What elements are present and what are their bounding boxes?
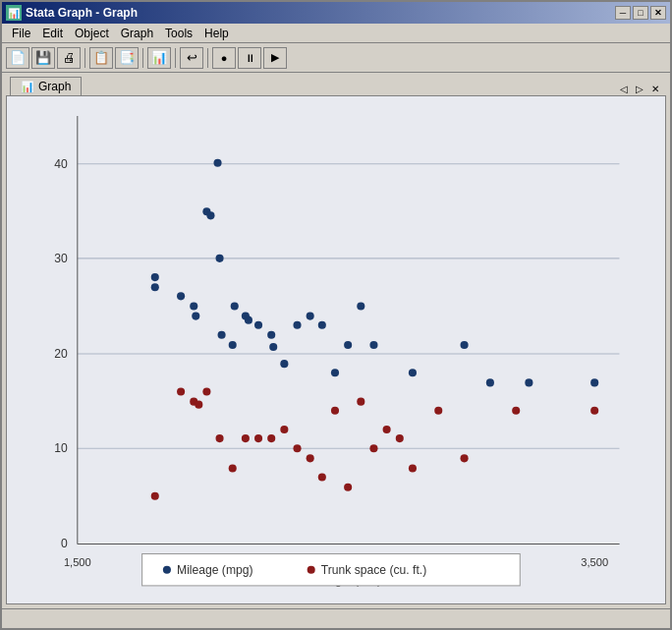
- paste-button[interactable]: 📑: [115, 47, 139, 69]
- graph-container: 0 10 20 30 40 1,500 2,000 2,500 3,000 3,…: [6, 95, 666, 604]
- svg-point-26: [216, 255, 224, 262]
- tab-graph[interactable]: 📊 Graph: [10, 77, 82, 95]
- svg-point-35: [269, 343, 277, 351]
- menu-object[interactable]: Object: [69, 25, 115, 42]
- tab-prev-button[interactable]: ◁: [617, 83, 631, 95]
- svg-point-72: [512, 407, 520, 415]
- status-bar: [2, 608, 670, 628]
- svg-point-42: [357, 302, 364, 310]
- svg-point-50: [177, 387, 185, 395]
- svg-text:10: 10: [54, 441, 68, 455]
- svg-point-49: [151, 492, 159, 500]
- separator-4: [207, 48, 208, 68]
- menu-file[interactable]: File: [6, 25, 36, 42]
- svg-point-21: [177, 292, 185, 300]
- svg-point-47: [525, 378, 532, 386]
- copy-button[interactable]: 📋: [89, 47, 113, 69]
- svg-point-56: [242, 434, 250, 442]
- menu-graph[interactable]: Graph: [115, 25, 159, 42]
- svg-point-29: [229, 341, 237, 349]
- title-bar: 📊 Stata Graph - Graph ─ □ ✕: [2, 2, 670, 24]
- window-icon: 📊: [6, 5, 22, 21]
- svg-point-22: [190, 302, 197, 310]
- svg-point-70: [434, 407, 442, 415]
- svg-point-39: [318, 321, 326, 329]
- window-title: Stata Graph - Graph: [26, 6, 138, 20]
- svg-point-40: [331, 369, 339, 376]
- chart-area: 0 10 20 30 40 1,500 2,000 2,500 3,000 3,…: [17, 106, 655, 594]
- svg-point-46: [486, 378, 494, 386]
- menu-tools[interactable]: Tools: [159, 25, 198, 42]
- svg-point-63: [331, 407, 339, 415]
- toolbar: 📄 💾 🖨 📋 📑 📊 ↩ ● ⏸ ▶: [2, 43, 670, 73]
- svg-point-77: [308, 566, 315, 574]
- svg-point-71: [461, 454, 469, 462]
- svg-point-25: [206, 211, 214, 219]
- svg-point-68: [396, 434, 404, 442]
- svg-point-38: [307, 313, 314, 320]
- chart-button[interactable]: 📊: [147, 47, 171, 69]
- svg-point-60: [293, 444, 301, 452]
- svg-point-62: [318, 474, 326, 482]
- separator-1: [84, 48, 85, 68]
- svg-point-30: [231, 302, 239, 310]
- tab-graph-label: Graph: [38, 80, 71, 93]
- undo-button[interactable]: ↩: [180, 47, 203, 69]
- menu-bar: File Edit Object Graph Tools Help: [2, 24, 670, 43]
- svg-point-65: [357, 398, 364, 406]
- title-bar-buttons[interactable]: ─ □ ✕: [615, 6, 666, 20]
- svg-point-64: [344, 484, 352, 491]
- svg-point-33: [254, 321, 262, 329]
- svg-point-20: [151, 283, 159, 291]
- print-button[interactable]: 🖨: [57, 47, 81, 69]
- new-button[interactable]: 📄: [6, 47, 29, 69]
- maximize-button[interactable]: □: [633, 6, 648, 20]
- svg-point-48: [590, 378, 598, 386]
- svg-text:Trunk space (cu. ft.): Trunk space (cu. ft.): [321, 563, 426, 577]
- save-button[interactable]: 💾: [31, 47, 55, 69]
- svg-text:Mileage (mpg): Mileage (mpg): [177, 563, 253, 577]
- play-button[interactable]: ▶: [263, 47, 287, 69]
- minimize-button[interactable]: ─: [615, 6, 631, 20]
- svg-point-69: [409, 464, 417, 472]
- scatter-chart: 0 10 20 30 40 1,500 2,000 2,500 3,000 3,…: [17, 106, 655, 594]
- svg-point-45: [461, 341, 469, 349]
- svg-point-34: [267, 331, 275, 339]
- tab-next-button[interactable]: ▷: [633, 83, 646, 95]
- menu-help[interactable]: Help: [198, 25, 235, 42]
- pause-button[interactable]: ⏸: [238, 47, 261, 69]
- tab-close-button[interactable]: ✕: [648, 83, 662, 95]
- svg-text:20: 20: [54, 347, 68, 361]
- record-button[interactable]: ●: [212, 47, 236, 69]
- svg-text:1,500: 1,500: [64, 556, 91, 568]
- svg-point-36: [280, 360, 288, 368]
- svg-point-41: [344, 341, 352, 349]
- svg-point-75: [163, 566, 171, 574]
- svg-point-73: [590, 407, 598, 415]
- svg-point-58: [267, 434, 275, 442]
- svg-point-61: [307, 454, 314, 462]
- svg-text:0: 0: [61, 537, 68, 550]
- svg-point-52: [195, 401, 202, 409]
- svg-point-54: [216, 434, 224, 442]
- svg-point-43: [369, 341, 377, 349]
- svg-point-28: [213, 159, 221, 167]
- svg-point-44: [409, 369, 417, 376]
- tab-area: 📊 Graph ◁ ▷ ✕: [2, 73, 670, 95]
- menu-edit[interactable]: Edit: [36, 25, 69, 42]
- svg-point-59: [280, 426, 288, 433]
- close-button[interactable]: ✕: [650, 6, 666, 20]
- main-window: 📊 Stata Graph - Graph ─ □ ✕ File Edit Ob…: [0, 0, 672, 630]
- svg-point-66: [369, 444, 377, 452]
- svg-rect-0: [23, 106, 649, 594]
- tab-nav[interactable]: ◁ ▷ ✕: [617, 83, 662, 95]
- title-bar-left: 📊 Stata Graph - Graph: [6, 5, 138, 21]
- svg-text:3,500: 3,500: [581, 556, 608, 568]
- svg-point-67: [383, 426, 391, 433]
- svg-point-57: [254, 434, 262, 442]
- svg-point-53: [202, 387, 210, 395]
- separator-2: [142, 48, 143, 68]
- svg-point-55: [229, 464, 237, 472]
- svg-point-37: [293, 321, 301, 329]
- svg-point-27: [218, 331, 226, 339]
